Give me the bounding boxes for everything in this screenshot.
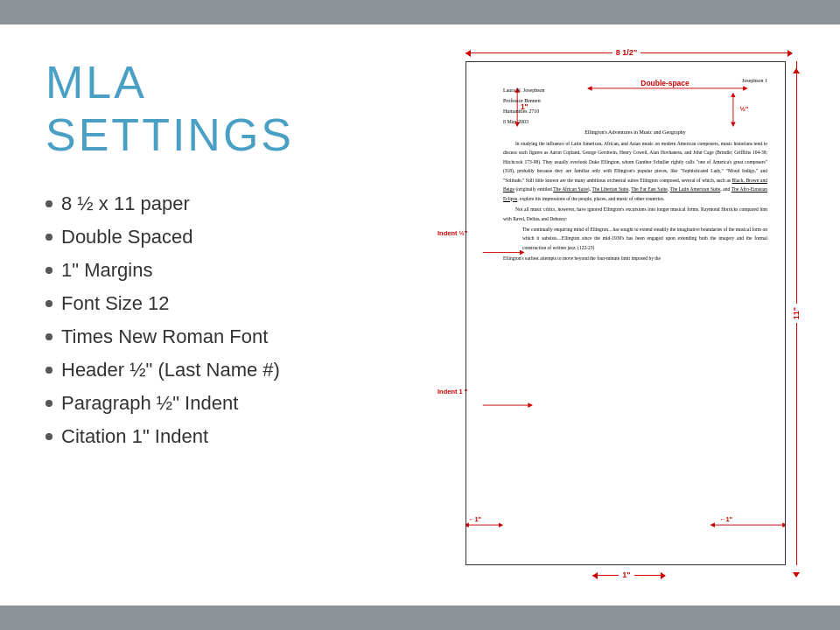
paper-meta: Laura N. Josephson Professor Bennett Hum… xyxy=(503,85,767,127)
list-item: Citation 1" Indent xyxy=(46,425,402,448)
paper-body-3: Ellington's earliest attempts to move be… xyxy=(503,254,767,262)
paper-body-1: In studying the influence of Latin Ameri… xyxy=(503,139,767,203)
bullet-dot xyxy=(46,333,52,340)
left-panel: MLA SETTINGS 8 ½ x 11 paper Double Space… xyxy=(0,0,402,630)
paper-title: Ellington's Adventures in Music and Geog… xyxy=(503,127,767,137)
bottom-arrow: 1" xyxy=(466,567,788,583)
width-arrow: 8 1/2" xyxy=(466,46,788,60)
height-label: 11" xyxy=(792,304,801,323)
svg-text:←1": ←1" xyxy=(719,515,733,523)
indent-half-label: Indent ½" xyxy=(438,229,467,237)
width-label: 8 1/2" xyxy=(612,48,640,57)
paper-header: Josephson 1 xyxy=(503,78,767,83)
bullet-dot xyxy=(46,300,52,307)
bottom-margin-label: 1" xyxy=(619,570,634,579)
bullet-text: Double Spaced xyxy=(61,226,192,248)
slide-title: MLA SETTINGS xyxy=(46,56,402,161)
bullet-text: 1" Margins xyxy=(61,259,152,282)
indent-one-label: Indent 1 " xyxy=(438,388,467,396)
list-item: Font Size 12 xyxy=(46,292,402,315)
height-arrow: 11" xyxy=(788,61,805,565)
bullet-dot xyxy=(46,433,52,440)
bullet-dot xyxy=(46,267,52,274)
list-item: 1" Margins xyxy=(46,259,402,282)
paper-diagram: 8 1/2" 11" 1" xyxy=(438,42,805,584)
list-item: Header ½" (Last Name #) xyxy=(46,359,402,382)
bullet-dot xyxy=(46,400,52,407)
svg-text:←1": ←1" xyxy=(468,515,482,523)
bullet-text: Header ½" (Last Name #) xyxy=(61,359,280,382)
bullet-list: 8 ½ x 11 paper Double Spaced 1" Margins … xyxy=(46,192,402,458)
bullet-dot xyxy=(46,367,52,374)
bullet-dot xyxy=(46,234,52,241)
bullet-text: Paragraph ½" Indent xyxy=(61,392,238,415)
bullet-text: Font Size 12 xyxy=(61,292,170,315)
paper-sheet: Double-space ½" 1" ←1" xyxy=(466,61,786,565)
paper-block-quote: The continually enquiring mind of Elling… xyxy=(522,225,767,252)
bullet-text: Citation 1" Indent xyxy=(61,425,208,448)
list-item: Paragraph ½" Indent xyxy=(46,392,402,415)
right-panel: 8 1/2" 11" 1" xyxy=(402,0,840,630)
bullet-text: Times New Roman Font xyxy=(61,326,268,348)
bullet-text: 8 ½ x 11 paper xyxy=(61,192,190,215)
list-item: Double Spaced xyxy=(46,226,402,248)
bullet-dot xyxy=(46,200,52,207)
list-item: Times New Roman Font xyxy=(46,326,402,348)
paper-body-2: Not all music critics, however, have ign… xyxy=(503,205,767,223)
list-item: 8 ½ x 11 paper xyxy=(46,192,402,215)
